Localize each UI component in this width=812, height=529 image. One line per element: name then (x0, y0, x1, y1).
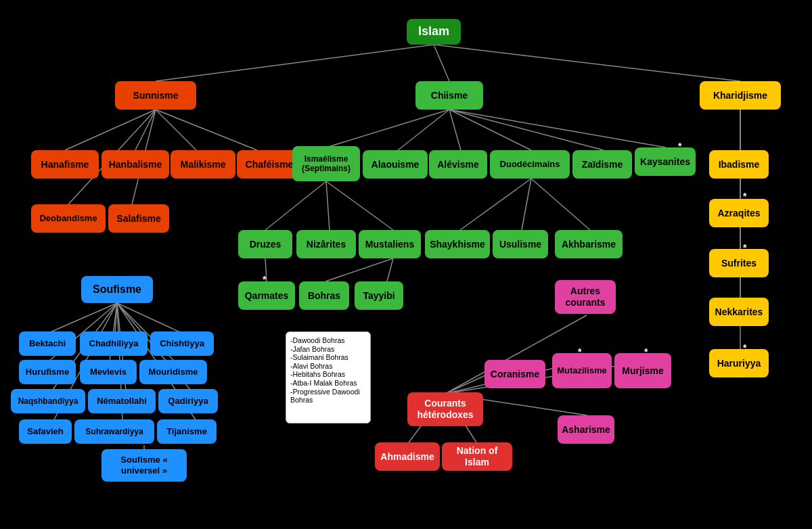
node-mustaliens: Mustaliens (359, 230, 421, 258)
node-hanbalisme: Hanbalisme (102, 150, 169, 179)
node-nizarites: Nizârites (296, 230, 356, 258)
node-mevlevis: Mevlevis (80, 360, 137, 384)
node-ismaelisme: Ismaélisme (Septimains) (292, 146, 360, 181)
node-sufrites: Sufrites (709, 249, 769, 277)
node-haruriyya: Haruriyya (709, 349, 769, 377)
node-safavieh: Safavieh (19, 419, 72, 444)
svg-line-24 (387, 258, 393, 281)
svg-line-6 (156, 110, 257, 150)
svg-line-1 (434, 45, 449, 81)
node-naqshbandiyya: Naqshbandiyya (11, 389, 85, 413)
node-akhbarisme: Akhbarisme (555, 230, 623, 258)
node-soufisme-universel: Soufisme « universel » (102, 449, 187, 482)
node-bektachi: Bektachi (19, 331, 76, 356)
svg-line-0 (156, 45, 434, 81)
node-sunnisme: Sunnisme (115, 81, 196, 110)
node-chadhiliyya: Chadhiliyya (80, 331, 148, 356)
svg-line-29 (49, 303, 117, 333)
node-qarmates: Qarmates (238, 281, 295, 310)
node-zaidisme: Zaïdisme (572, 150, 632, 179)
node-azraqites: Azraqites (709, 199, 769, 227)
node-hanafisme: Hanafisme (31, 150, 99, 179)
node-alevisme: Alévisme (429, 150, 487, 179)
node-deobandisme: Deobandisme (31, 204, 106, 233)
node-coranisme: Coranisme (484, 360, 545, 388)
svg-line-22 (326, 181, 393, 230)
node-duodecimains: Duodécimains (490, 150, 570, 179)
svg-line-9 (326, 110, 449, 147)
node-tijanisme: Tijanisme (157, 419, 217, 444)
node-bohras: Bohras (299, 281, 349, 310)
node-nation-of-islam: Nation of Islam (442, 442, 512, 471)
node-islam: Islam (407, 19, 461, 45)
svg-line-21 (326, 181, 330, 230)
node-tayyibi: Tayyibi (355, 281, 403, 310)
node-qadiriyya: Qadiriyya (158, 389, 218, 413)
node-malikisme: Malikisme (171, 150, 235, 179)
svg-line-2 (434, 45, 740, 81)
node-mutazilisme: Mutazilisme (552, 353, 612, 388)
node-kharidjisme: Kharidjisme (700, 81, 781, 110)
svg-line-12 (449, 110, 531, 150)
node-asharisme: Asharisme (558, 415, 614, 444)
node-murjisme: Murjisme (614, 353, 671, 388)
bohras-list: -Dawoodi Bohras-Jafan Bohras-Sulaimani B… (286, 331, 371, 423)
node-usulisme: Usulisme (493, 230, 548, 258)
svg-line-5 (156, 110, 196, 150)
node-ahmadisme: Ahmadisme (375, 442, 440, 471)
node-suhrawardiyya: Suhrawardiyya (74, 419, 154, 444)
svg-line-13 (449, 110, 604, 150)
node-chiisme: Chiisme (415, 81, 483, 110)
node-nekkarites: Nekkarites (709, 298, 769, 326)
node-chishtiyya: Chishtiyya (150, 331, 214, 356)
node-courants-heterodoxes: Courants hétérodoxes (407, 392, 483, 426)
node-hurufisme: Hurufisme (19, 360, 76, 384)
svg-line-30 (115, 303, 117, 333)
svg-line-10 (398, 110, 449, 150)
node-salafisme: Salafisme (108, 204, 169, 233)
svg-line-28 (531, 179, 590, 230)
svg-line-3 (65, 110, 156, 150)
svg-line-23 (325, 258, 393, 281)
svg-line-26 (460, 179, 531, 230)
node-kaysanites: Kaysanites (635, 147, 696, 176)
node-druzes: Druzes (238, 230, 292, 258)
svg-line-11 (449, 110, 461, 150)
node-alaouisme: Alaouisme (363, 150, 428, 179)
node-soufisme: Soufisme (81, 276, 153, 303)
node-nematollahi: Nématollahi (88, 389, 156, 413)
node-autres-courants: Autres courants (555, 280, 616, 314)
svg-line-4 (135, 110, 156, 150)
svg-line-20 (265, 181, 326, 230)
node-mouridisme: Mouridisme (139, 360, 207, 384)
svg-line-31 (117, 303, 181, 333)
svg-line-27 (522, 179, 531, 230)
node-ibadisme: Ibadisme (709, 150, 769, 179)
svg-line-14 (449, 110, 666, 147)
node-shaykhisme: Shaykhisme (425, 230, 490, 258)
